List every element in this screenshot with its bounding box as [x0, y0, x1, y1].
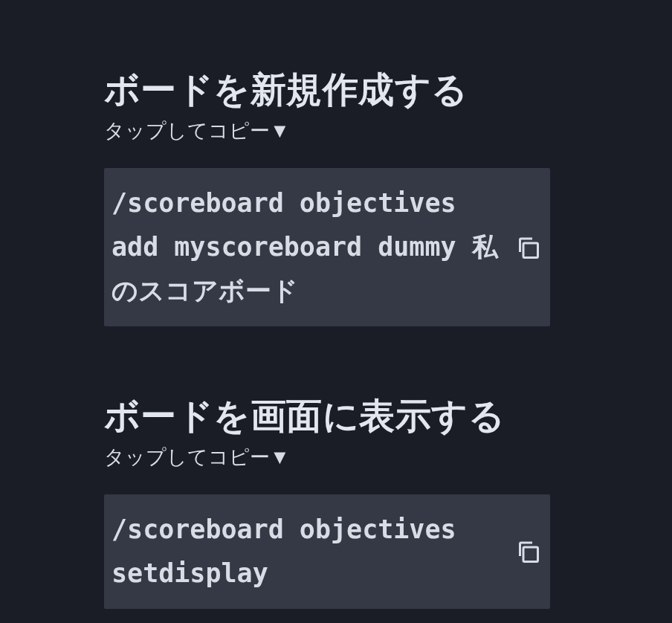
copy-icon[interactable]: [514, 234, 541, 261]
code-block-create[interactable]: /scoreboard objectives add myscoreboard …: [104, 168, 550, 326]
section-title: ボードを画面に表示する: [104, 393, 568, 439]
section-display-board: ボードを画面に表示する タップしてコピー▼ /scoreboard object…: [104, 393, 568, 609]
svg-rect-0: [523, 243, 538, 258]
code-block-display[interactable]: /scoreboard objectives setdisplay: [104, 494, 550, 609]
section-subtitle: タップしてコピー▼: [104, 117, 568, 144]
section-subtitle: タップしてコピー▼: [104, 444, 568, 471]
copy-icon[interactable]: [514, 538, 541, 565]
code-text: /scoreboard objectives add myscoreboard …: [112, 181, 503, 312]
section-create-board: ボードを新規作成する タップしてコピー▼ /scoreboard objecti…: [104, 67, 568, 326]
code-text: /scoreboard objectives setdisplay: [112, 508, 503, 595]
svg-rect-1: [523, 547, 538, 562]
section-title: ボードを新規作成する: [104, 67, 568, 113]
